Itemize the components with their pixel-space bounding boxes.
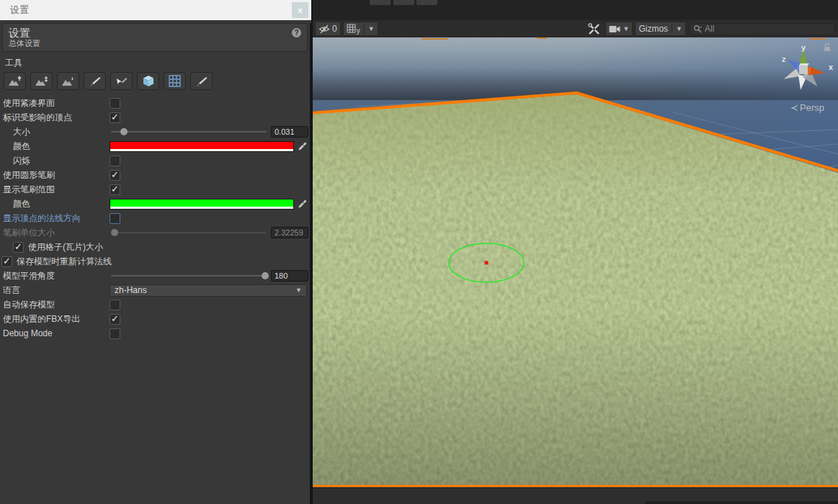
setting-show-vertex-normals: 显示顶点的法线方向	[0, 211, 310, 225]
tool-voxel-cube-button[interactable]	[137, 72, 159, 90]
eye-slash-icon	[318, 24, 330, 34]
close-button[interactable]: x	[292, 2, 308, 18]
toolbar-button-stub[interactable]	[416, 0, 437, 5]
setting-builtin-fbx: 使用内置的FBX导出	[0, 312, 310, 326]
voxel-cube-icon	[142, 75, 155, 87]
grid-axis-icon	[347, 24, 357, 35]
red-color-swatch[interactable]	[110, 141, 294, 152]
use-compact-ui-checkbox[interactable]	[110, 98, 120, 109]
setting-brush-unit-size: 笔刷单位大小	[0, 225, 310, 240]
tool-adjust-height-button[interactable]	[30, 72, 53, 90]
gizmos-label: Gizmos	[638, 24, 668, 34]
setting-label: 使用紧凑界面	[3, 97, 110, 109]
toolbar-button-stub[interactable]	[393, 0, 414, 5]
tools-row	[0, 72, 310, 90]
settings-window-titlebar[interactable]: 设置 x	[0, 0, 311, 20]
size-slider[interactable]	[110, 126, 268, 138]
setting-label: 语言	[3, 284, 110, 297]
tool-paint-brush-button[interactable]	[84, 72, 106, 90]
hidden-count: 0	[332, 24, 337, 34]
language-dropdown[interactable]: zh-Hans ▼	[110, 284, 307, 297]
smooth-angle-slider[interactable]	[110, 270, 268, 282]
chevron-down-icon: ▼	[623, 25, 629, 32]
chevron-down-icon[interactable]: ▼	[676, 25, 682, 32]
brush-unit-size-slider	[110, 227, 268, 238]
setting-show-brush-range: 显示笔刷范围	[0, 182, 310, 197]
smooth-angle-field[interactable]	[271, 270, 308, 282]
setting-use-compact-ui: 使用紧凑界面	[0, 96, 310, 110]
tool-select-brush-button[interactable]	[110, 72, 133, 90]
setting-color-green: 颜色	[0, 197, 310, 211]
unity-editor: 设置 x 设置 总体设置 ? 工具	[0, 0, 838, 504]
setting-color-red: 颜色	[0, 139, 310, 153]
select-brush-icon	[115, 76, 129, 87]
use-tile-size-checkbox[interactable]	[13, 242, 24, 253]
setting-label: 标识受影响的顶点	[3, 112, 110, 124]
gizmo-z-label: z	[782, 55, 786, 63]
language-value: zh-Hans	[115, 285, 295, 295]
tool-raise-terrain-button[interactable]	[4, 72, 26, 90]
recalc-normals-checkbox[interactable]	[1, 256, 12, 267]
scene-view-toolbar: 0 y ▼	[313, 20, 838, 37]
toolbar-button-stub[interactable]	[370, 0, 391, 5]
projection-label: Persp	[800, 102, 824, 113]
setting-flash: 闪烁	[0, 153, 310, 168]
setting-label: 闪烁	[3, 155, 110, 167]
grid-visibility-button[interactable]: y ▼	[343, 22, 378, 36]
eyedropper-icon[interactable]	[295, 140, 308, 152]
search-placeholder: All	[705, 24, 714, 34]
green-color-swatch[interactable]	[110, 199, 294, 210]
paint-brush-icon	[89, 76, 102, 87]
debug-mode-checkbox[interactable]	[110, 328, 120, 339]
settings-window: 设置 x 设置 总体设置 ? 工具	[0, 0, 311, 504]
gizmo-x-label: x	[829, 63, 834, 71]
setting-smooth-angle: 模型平滑角度	[0, 269, 310, 283]
chevron-down-icon: ▼	[295, 287, 302, 294]
scene-tools-button[interactable]	[585, 22, 603, 36]
settings-header-subtitle: 总体设置	[9, 39, 301, 48]
settings-panel: 设置 总体设置 ? 工具	[0, 23, 311, 504]
camera-icon	[609, 25, 620, 33]
raise-terrain-icon	[8, 76, 22, 87]
search-icon	[693, 24, 702, 33]
adjust-height-icon	[35, 76, 49, 87]
brush-center-marker	[485, 261, 489, 265]
flash-checkbox[interactable]	[110, 156, 120, 166]
eyedropper-icon[interactable]	[295, 198, 308, 210]
setting-auto-save: 自动保存模型	[0, 297, 310, 312]
bottom-bar	[313, 487, 838, 504]
scene-pane: 0 y ▼	[311, 0, 838, 504]
size-value-field[interactable]	[271, 126, 308, 138]
show-vertex-normals-checkbox[interactable]	[110, 213, 120, 224]
gizmos-button[interactable]: Gizmos ▼	[635, 22, 686, 36]
setting-label: Debug Mode	[3, 328, 110, 338]
setting-round-brush: 使用圆形笔刷	[0, 168, 310, 182]
setting-size: 大小	[0, 125, 310, 139]
builtin-fbx-checkbox[interactable]	[110, 314, 120, 325]
round-brush-checkbox[interactable]	[110, 170, 120, 181]
setting-use-tile-size: 使用格子(瓦片)大小	[0, 240, 310, 254]
camera-settings-button[interactable]: ▼	[605, 22, 633, 36]
setting-label: 颜色	[3, 198, 110, 210]
scene-search-field[interactable]: All	[688, 23, 835, 35]
tools-section-label: 工具	[0, 52, 310, 72]
tool-smooth-brush-button[interactable]	[190, 72, 213, 90]
setting-debug-mode: Debug Mode	[0, 326, 310, 341]
tool-grid-tiles-button[interactable]	[164, 72, 186, 90]
scene-visibility-button[interactable]: 0	[315, 22, 341, 36]
help-icon[interactable]: ?	[292, 28, 301, 37]
chevron-down-icon[interactable]: ▼	[368, 25, 375, 32]
bottom-bar-edge	[645, 501, 838, 504]
setting-label: 显示顶点的法线方向	[3, 212, 110, 225]
grid-axis-label: y	[357, 27, 360, 35]
show-brush-range-checkbox[interactable]	[110, 184, 120, 195]
scene-viewport[interactable]: y z x ≺ Persp	[313, 37, 838, 487]
setting-label: 模型平滑角度	[3, 270, 110, 282]
setting-recalc-normals: 保存模型时重新计算法线	[0, 254, 310, 269]
setting-label: 使用格子(瓦片)大小	[28, 241, 103, 253]
setting-label: 使用内置的FBX导出	[3, 313, 110, 325]
window-title: 设置	[10, 4, 292, 17]
mark-vertices-checkbox[interactable]	[110, 112, 120, 123]
auto-save-checkbox[interactable]	[110, 300, 120, 310]
tool-paint-height-button[interactable]	[57, 72, 79, 90]
